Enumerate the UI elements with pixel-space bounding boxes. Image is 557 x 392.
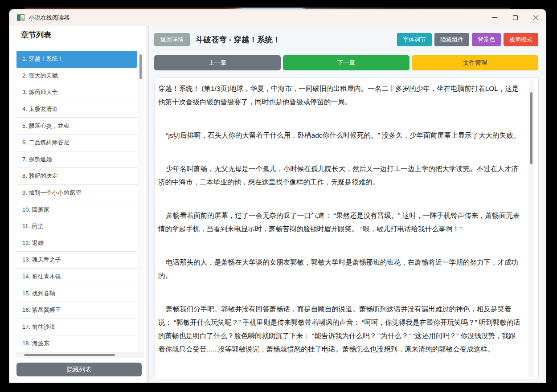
chapter-item[interactable]: 8. 雅妃的决定 [16,168,137,185]
window-titlebar[interactable]: 小说在线阅读器 [9,9,546,26]
hide-list-button[interactable]: 隐藏列表 [16,363,142,376]
reader-paragraph: 少年名叫萧畅，无父无母是一个孤儿，小时候在孤儿院长大，然后又一边打工一边上学的把… [158,162,521,189]
novel-chapter-title: 斗破苍穹 - 穿越！系统！ [196,34,281,45]
reader-paragraph: 电话那头的人，是萧畅在大学谈的女朋友郭敏，郭敏大学时是萧畅那班的班花，在萧畅将近… [158,256,521,282]
chapter-list[interactable]: 1. 穿越！系统！2. 强大的天赋3. 炼药师大全4. 太极玄清道5. 陨落心炎… [16,51,144,352]
reader-paragraph: “js切后排啊，石头人你的大留着干什么用，卧槽adc你什么时候死的。” 没多久，… [158,129,521,142]
chapter-item[interactable]: 7. 强势逼婚 [16,151,137,168]
maximize-button[interactable] [505,9,525,26]
chapter-list-vscrollbar[interactable] [137,51,144,352]
chapter-item[interactable]: 17. 前往沙漠 [16,319,137,336]
reader-paragraph: 萧畅看着面前的屏幕，过了一会无奈的叹了一口气道： “果然还是没有晋级。” 这时，… [158,209,521,236]
chapter-item[interactable]: 18. 海波东 [16,335,137,352]
minimize-icon [492,17,497,18]
minimal-mode-button[interactable]: 极简模式 [504,33,538,46]
chapter-list-vscrollbar-thumb[interactable] [139,54,142,79]
chapter-sidebar: 章节列表 1. 穿越！系统！2. 强大的天赋3. 炼药师大全4. 太极玄清道5.… [9,26,146,383]
chapter-item[interactable]: 14. 前往青木镇 [16,269,137,286]
chapter-item[interactable]: 9. 抽到一个小小的愿望 [16,185,137,202]
sidebar-heading: 章节列表 [21,30,51,40]
minimize-button[interactable] [484,9,505,26]
background-color-button[interactable]: 背景色 [472,33,501,46]
chapter-item[interactable]: 12. 退婚 [16,235,137,252]
reader-vscrollbar[interactable] [528,80,534,377]
chapter-item[interactable]: 2. 强大的天赋 [16,68,137,85]
chapter-list-hscrollbar-thumb[interactable] [24,354,115,356]
chapter-item[interactable]: 13. 魂天帝之子 [16,252,137,269]
app-icon [17,14,25,21]
chapter-item[interactable]: 1. 穿越！系统！ [16,51,137,68]
app-window: 小说在线阅读器 章节列表 1. 穿越！系统！2. 强大的天赋3. 炼药师大全4.… [9,9,546,383]
chapter-item[interactable]: 3. 炼药师大全 [16,84,137,101]
reader-vscrollbar-thumb[interactable] [530,92,532,164]
next-chapter-button[interactable]: 下一章 [283,55,410,70]
chapter-item[interactable]: 6. 二品炼药师谷尼 [16,135,137,151]
reader-text-area[interactable]: 穿越！系统！ (第1/3页)地球，华夏，中海市，一间破旧的出租屋内。一名二十多岁… [154,77,539,380]
close-button[interactable] [525,9,546,26]
hide-components-button[interactable]: 隐藏组件 [434,33,469,46]
window-title: 小说在线阅读器 [29,14,70,22]
prev-chapter-button[interactable]: 上一章 [154,55,281,70]
back-to-details-button[interactable]: 返回详情 [154,33,190,46]
chapter-item[interactable]: 16. 紫晶翼狮王 [16,302,137,319]
chapter-nav: 上一章 下一章 文件管理 [154,55,538,70]
desktop-background: 小说在线阅读器 章节列表 1. 穿越！系统！2. 强大的天赋3. 炼药师大全4.… [0,0,557,392]
chapter-item[interactable]: 11. 药尘 [16,218,137,235]
chapter-item[interactable]: 5. 陨落心炎，龙魂 [16,118,137,135]
font-adjust-button[interactable]: 字体调节 [397,33,432,46]
chapter-item[interactable]: 10. 回萧家 [16,201,137,218]
file-manager-button[interactable]: 文件管理 [412,55,538,70]
chapter-list-hscrollbar[interactable] [16,352,144,358]
reader-header: 返回详情 斗破苍穹 - 穿越！系统！ 字体调节隐藏组件背景色极简模式 [154,33,538,46]
chapter-item[interactable]: 4. 太极玄清道 [16,101,137,118]
reader-paragraph: 萧畅我们分手吧。郭敏并没有回答萧畅话，而是自顾自的说道。萧畅听到这话并没有漏出难… [158,302,521,356]
reader-paragraph: 穿越！系统！ (第1/3页)地球，华夏，中海市，一间破旧的出租屋内。一名二十多岁… [158,82,521,109]
maximize-icon [513,15,518,20]
reader-panel: 返回详情 斗破苍穹 - 穿越！系统！ 字体调节隐藏组件背景色极简模式 上一章 下… [148,26,546,383]
close-icon [533,15,539,20]
chapter-item[interactable]: 15. 找到卷轴 [16,285,137,302]
